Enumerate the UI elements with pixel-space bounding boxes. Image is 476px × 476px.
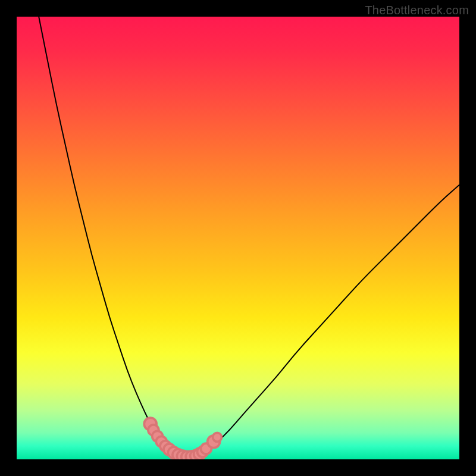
markers-group	[144, 418, 221, 459]
bottleneck-curve	[39, 17, 459, 458]
chart-frame: TheBottleneck.com	[0, 0, 476, 476]
curve-overlay	[17, 17, 459, 459]
data-marker	[213, 433, 222, 441]
plot-area	[17, 17, 459, 459]
watermark-text: TheBottleneck.com	[365, 4, 469, 17]
curves-group	[39, 17, 459, 458]
